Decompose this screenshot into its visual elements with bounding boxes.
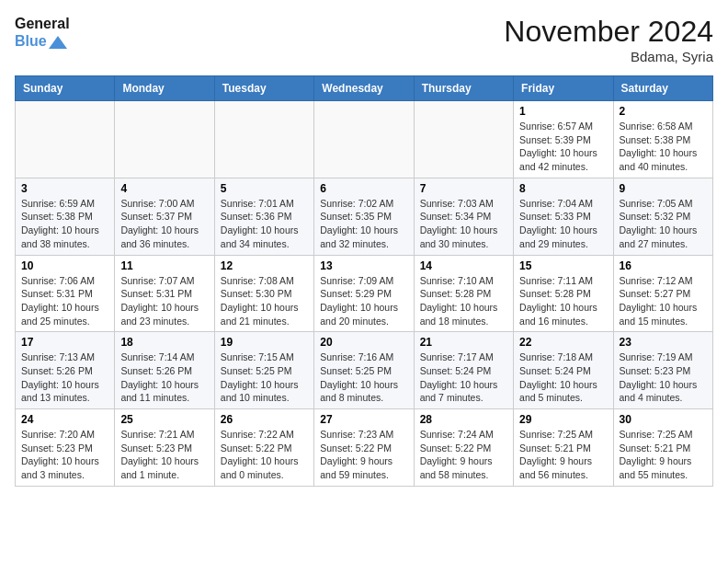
day-info: Sunrise: 7:11 AM Sunset: 5:28 PM Dayligh… bbox=[519, 274, 607, 328]
day-cell: 19Sunrise: 7:15 AM Sunset: 5:25 PM Dayli… bbox=[214, 332, 313, 409]
day-cell: 8Sunrise: 7:04 AM Sunset: 5:33 PM Daylig… bbox=[514, 178, 613, 255]
day-cell: 13Sunrise: 7:09 AM Sunset: 5:29 PM Dayli… bbox=[314, 255, 414, 332]
day-cell: 23Sunrise: 7:19 AM Sunset: 5:23 PM Dayli… bbox=[613, 332, 712, 409]
day-cell: 20Sunrise: 7:16 AM Sunset: 5:25 PM Dayli… bbox=[314, 332, 414, 409]
day-info: Sunrise: 7:00 AM Sunset: 5:37 PM Dayligh… bbox=[120, 197, 208, 251]
header-row: SundayMondayTuesdayWednesdayThursdayFrid… bbox=[16, 76, 713, 101]
day-info: Sunrise: 7:24 AM Sunset: 5:22 PM Dayligh… bbox=[420, 428, 507, 482]
day-number: 14 bbox=[420, 259, 507, 272]
week-row-1: 3Sunrise: 6:59 AM Sunset: 5:38 PM Daylig… bbox=[16, 178, 713, 255]
day-info: Sunrise: 7:25 AM Sunset: 5:21 PM Dayligh… bbox=[620, 428, 707, 482]
day-info: Sunrise: 7:07 AM Sunset: 5:31 PM Dayligh… bbox=[120, 274, 208, 328]
day-number: 22 bbox=[519, 336, 607, 349]
day-number: 12 bbox=[221, 259, 308, 272]
svg-marker-0 bbox=[49, 36, 67, 49]
day-info: Sunrise: 7:06 AM Sunset: 5:31 PM Dayligh… bbox=[21, 274, 108, 328]
day-cell bbox=[16, 101, 115, 178]
day-info: Sunrise: 6:59 AM Sunset: 5:38 PM Dayligh… bbox=[21, 197, 108, 251]
calendar: SundayMondayTuesdayWednesdayThursdayFrid… bbox=[15, 75, 713, 487]
day-cell bbox=[214, 101, 313, 178]
day-cell: 27Sunrise: 7:23 AM Sunset: 5:22 PM Dayli… bbox=[314, 409, 414, 487]
week-row-0: 1Sunrise: 6:57 AM Sunset: 5:39 PM Daylig… bbox=[16, 101, 713, 178]
day-info: Sunrise: 7:14 AM Sunset: 5:26 PM Dayligh… bbox=[120, 350, 208, 405]
day-number: 21 bbox=[420, 336, 507, 349]
day-info: Sunrise: 7:18 AM Sunset: 5:24 PM Dayligh… bbox=[519, 350, 607, 405]
day-cell: 4Sunrise: 7:00 AM Sunset: 5:37 PM Daylig… bbox=[115, 178, 214, 255]
day-info: Sunrise: 7:16 AM Sunset: 5:25 PM Dayligh… bbox=[320, 350, 407, 405]
day-number: 23 bbox=[620, 336, 707, 349]
day-cell: 21Sunrise: 7:17 AM Sunset: 5:24 PM Dayli… bbox=[414, 332, 513, 409]
day-cell bbox=[115, 101, 214, 178]
day-number: 3 bbox=[21, 182, 108, 195]
day-number: 9 bbox=[620, 182, 707, 195]
day-number: 15 bbox=[519, 259, 607, 272]
day-info: Sunrise: 7:09 AM Sunset: 5:29 PM Dayligh… bbox=[320, 274, 407, 328]
day-info: Sunrise: 7:23 AM Sunset: 5:22 PM Dayligh… bbox=[320, 428, 407, 482]
day-cell: 7Sunrise: 7:03 AM Sunset: 5:34 PM Daylig… bbox=[414, 178, 513, 255]
day-info: Sunrise: 7:19 AM Sunset: 5:23 PM Dayligh… bbox=[620, 350, 707, 405]
day-cell: 12Sunrise: 7:08 AM Sunset: 5:30 PM Dayli… bbox=[214, 255, 313, 332]
day-cell: 28Sunrise: 7:24 AM Sunset: 5:22 PM Dayli… bbox=[414, 409, 513, 487]
day-cell: 24Sunrise: 7:20 AM Sunset: 5:23 PM Dayli… bbox=[16, 409, 115, 487]
day-info: Sunrise: 7:02 AM Sunset: 5:35 PM Dayligh… bbox=[320, 197, 407, 251]
day-info: Sunrise: 7:01 AM Sunset: 5:36 PM Dayligh… bbox=[221, 197, 308, 251]
day-number: 27 bbox=[320, 413, 407, 426]
day-cell: 25Sunrise: 7:21 AM Sunset: 5:23 PM Dayli… bbox=[115, 409, 214, 487]
day-cell: 9Sunrise: 7:05 AM Sunset: 5:32 PM Daylig… bbox=[613, 178, 712, 255]
day-info: Sunrise: 7:04 AM Sunset: 5:33 PM Dayligh… bbox=[519, 197, 607, 251]
day-cell: 3Sunrise: 6:59 AM Sunset: 5:38 PM Daylig… bbox=[16, 178, 115, 255]
day-info: Sunrise: 7:05 AM Sunset: 5:32 PM Dayligh… bbox=[620, 197, 707, 251]
day-cell: 18Sunrise: 7:14 AM Sunset: 5:26 PM Dayli… bbox=[115, 332, 214, 409]
day-cell bbox=[314, 101, 414, 178]
day-cell: 29Sunrise: 7:25 AM Sunset: 5:21 PM Dayli… bbox=[514, 409, 613, 487]
day-cell: 16Sunrise: 7:12 AM Sunset: 5:27 PM Dayli… bbox=[613, 255, 712, 332]
header-cell-monday: Monday bbox=[115, 76, 214, 101]
day-cell: 26Sunrise: 7:22 AM Sunset: 5:22 PM Dayli… bbox=[214, 409, 313, 487]
day-number: 25 bbox=[120, 413, 208, 426]
day-number: 19 bbox=[221, 336, 308, 349]
day-number: 13 bbox=[320, 259, 407, 272]
day-info: Sunrise: 7:08 AM Sunset: 5:30 PM Dayligh… bbox=[221, 274, 308, 328]
day-info: Sunrise: 7:17 AM Sunset: 5:24 PM Dayligh… bbox=[420, 350, 507, 405]
day-cell: 17Sunrise: 7:13 AM Sunset: 5:26 PM Dayli… bbox=[16, 332, 115, 409]
day-number: 18 bbox=[120, 336, 208, 349]
day-info: Sunrise: 7:21 AM Sunset: 5:23 PM Dayligh… bbox=[120, 428, 208, 482]
header-cell-saturday: Saturday bbox=[613, 76, 712, 101]
day-info: Sunrise: 7:10 AM Sunset: 5:28 PM Dayligh… bbox=[420, 274, 507, 328]
day-number: 8 bbox=[519, 182, 607, 195]
day-cell: 30Sunrise: 7:25 AM Sunset: 5:21 PM Dayli… bbox=[613, 409, 712, 487]
day-info: Sunrise: 7:12 AM Sunset: 5:27 PM Dayligh… bbox=[620, 274, 707, 328]
header-cell-thursday: Thursday bbox=[414, 76, 513, 101]
day-cell: 11Sunrise: 7:07 AM Sunset: 5:31 PM Dayli… bbox=[115, 255, 214, 332]
header-cell-sunday: Sunday bbox=[16, 76, 115, 101]
day-number: 16 bbox=[620, 259, 707, 272]
day-number: 2 bbox=[620, 105, 707, 118]
header-cell-friday: Friday bbox=[514, 76, 613, 101]
day-info: Sunrise: 6:57 AM Sunset: 5:39 PM Dayligh… bbox=[519, 120, 607, 174]
day-number: 20 bbox=[320, 336, 407, 349]
day-number: 28 bbox=[420, 413, 507, 426]
day-info: Sunrise: 7:20 AM Sunset: 5:23 PM Dayligh… bbox=[21, 428, 108, 482]
day-info: Sunrise: 6:58 AM Sunset: 5:38 PM Dayligh… bbox=[620, 120, 707, 174]
day-info: Sunrise: 7:25 AM Sunset: 5:21 PM Dayligh… bbox=[519, 428, 607, 482]
day-number: 26 bbox=[221, 413, 308, 426]
day-number: 17 bbox=[21, 336, 108, 349]
day-cell bbox=[414, 101, 513, 178]
day-cell: 6Sunrise: 7:02 AM Sunset: 5:35 PM Daylig… bbox=[314, 178, 414, 255]
day-number: 11 bbox=[120, 259, 208, 272]
day-cell: 22Sunrise: 7:18 AM Sunset: 5:24 PM Dayli… bbox=[514, 332, 613, 409]
day-number: 6 bbox=[320, 182, 407, 195]
day-cell: 15Sunrise: 7:11 AM Sunset: 5:28 PM Dayli… bbox=[514, 255, 613, 332]
day-cell: 10Sunrise: 7:06 AM Sunset: 5:31 PM Dayli… bbox=[16, 255, 115, 332]
title-area: November 2024 Bdama, Syria bbox=[504, 15, 713, 64]
day-cell: 2Sunrise: 6:58 AM Sunset: 5:38 PM Daylig… bbox=[613, 101, 712, 178]
day-info: Sunrise: 7:15 AM Sunset: 5:25 PM Dayligh… bbox=[221, 350, 308, 405]
month-title: November 2024 bbox=[504, 15, 713, 49]
day-number: 10 bbox=[21, 259, 108, 272]
day-info: Sunrise: 7:03 AM Sunset: 5:34 PM Dayligh… bbox=[420, 197, 507, 251]
logo: GeneralBlue bbox=[15, 15, 70, 50]
header-cell-wednesday: Wednesday bbox=[314, 76, 414, 101]
week-row-4: 24Sunrise: 7:20 AM Sunset: 5:23 PM Dayli… bbox=[16, 409, 713, 487]
day-number: 1 bbox=[519, 105, 607, 118]
day-info: Sunrise: 7:13 AM Sunset: 5:26 PM Dayligh… bbox=[21, 350, 108, 405]
